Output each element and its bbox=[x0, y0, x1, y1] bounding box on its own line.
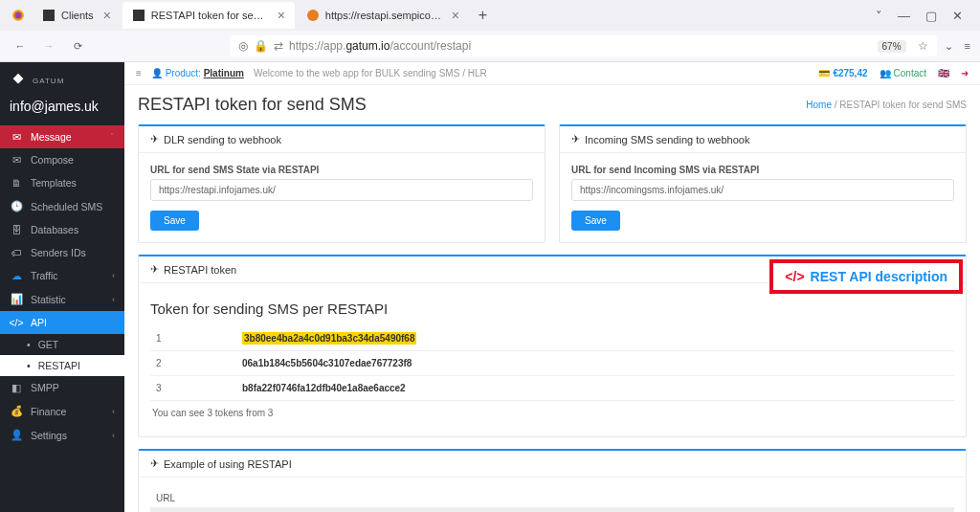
chevron-down-icon[interactable]: ˅ bbox=[876, 9, 882, 23]
tab-restapi[interactable]: RESTAPI token for send SMS × bbox=[122, 2, 295, 29]
tab-favicon bbox=[132, 9, 145, 22]
code-icon: </> bbox=[785, 269, 804, 284]
sidebar-item-message[interactable]: ✉ Message ˅ bbox=[0, 125, 124, 148]
plane-icon: ✈ bbox=[150, 133, 159, 145]
api-description-link[interactable]: </> REST API description bbox=[769, 259, 963, 294]
plane-icon: ✈ bbox=[571, 133, 580, 145]
tab-sempico[interactable]: https://restapi.sempico.solutions × bbox=[297, 2, 469, 29]
chevron-left-icon: ‹ bbox=[112, 431, 115, 440]
close-icon[interactable]: × bbox=[452, 8, 459, 23]
hamburger-icon[interactable]: ≡ bbox=[136, 68, 142, 78]
token-value[interactable]: b8fa22f0746fa12dfb40e1a8ae6acce2 bbox=[242, 383, 406, 393]
brand-logo: GATUM bbox=[0, 62, 124, 95]
account-email: info@james.uk bbox=[0, 95, 124, 125]
pocket-icon[interactable]: ⌄ bbox=[945, 40, 953, 53]
incoming-url-input[interactable] bbox=[571, 179, 954, 201]
url-text: https://app.gatum.io/account/restapi bbox=[289, 39, 471, 53]
close-icon[interactable]: × bbox=[103, 8, 111, 23]
compose-icon: ✉ bbox=[10, 154, 23, 166]
reload-button[interactable]: ⟳ bbox=[67, 35, 88, 56]
minimize-icon[interactable]: — bbox=[898, 9, 910, 23]
svg-point-4 bbox=[307, 10, 319, 21]
logout-icon[interactable]: ➜ bbox=[961, 68, 969, 78]
maximize-icon[interactable]: ▢ bbox=[925, 9, 937, 23]
contact-icon: 👥 bbox=[880, 68, 891, 78]
chevron-left-icon: ‹ bbox=[112, 295, 115, 304]
sidebar-item-templates[interactable]: 🗎Templates bbox=[0, 171, 124, 194]
sidebar-item-smpp[interactable]: ◧SMPP bbox=[0, 376, 124, 399]
browser-tab-bar: Clients × RESTAPI token for send SMS × h… bbox=[0, 0, 980, 31]
incoming-save-button[interactable]: Save bbox=[571, 211, 620, 231]
traffic-icon: ☁ bbox=[10, 270, 23, 281]
token-value[interactable]: 06a1b184c5b5604c3107edae767723f8 bbox=[242, 358, 412, 368]
sidebar-item-api[interactable]: </> API ˅ bbox=[0, 311, 124, 334]
bookmark-icon[interactable]: ☆ bbox=[918, 39, 928, 53]
svg-rect-2 bbox=[43, 10, 55, 21]
new-tab-button[interactable]: + bbox=[471, 3, 495, 28]
tab-title: RESTAPI token for send SMS bbox=[151, 10, 268, 21]
sidebar-item-restapi[interactable]: •RESTAPI bbox=[0, 355, 124, 376]
incoming-url-label: URL for send Incoming SMS via RESTAPI bbox=[571, 165, 954, 175]
chevron-left-icon: ‹ bbox=[112, 271, 115, 280]
page-title: RESTAPI token for send SMS bbox=[138, 95, 367, 115]
dlr-card: ✈DLR sending to webhook URL for send SMS… bbox=[138, 124, 546, 243]
table-row: 206a1b184c5b5604c3107edae767723f8 bbox=[150, 351, 954, 376]
token-card: ✈RESTAPI token </> REST API description … bbox=[138, 255, 967, 437]
tab-favicon bbox=[306, 9, 320, 22]
dlr-url-label: URL for send SMS State via RESTAPI bbox=[150, 165, 533, 175]
sidebar-item-finance[interactable]: 💰Finance‹ bbox=[0, 399, 124, 423]
token-count-note: You can see 3 tokens from 3 bbox=[150, 401, 954, 425]
plane-icon: ✈ bbox=[150, 457, 159, 470]
dlr-url-input[interactable] bbox=[150, 179, 533, 201]
plug-icon: ◧ bbox=[10, 382, 23, 393]
sidebar-item-settings[interactable]: 👤Settings‹ bbox=[0, 423, 124, 447]
dot-icon: • bbox=[27, 360, 31, 371]
tab-favicon bbox=[42, 9, 56, 22]
firefox-icon bbox=[6, 9, 31, 22]
address-bar: ← → ⟳ ◎ 🔒 ⇄ https://app.gatum.io/account… bbox=[0, 31, 980, 61]
svg-point-1 bbox=[15, 12, 22, 19]
token-subtitle: Token for sending SMS per RESTAPI bbox=[150, 301, 954, 317]
permission-icon: ⇄ bbox=[274, 39, 283, 53]
product-label: 👤 Product: Platinum bbox=[151, 68, 244, 78]
contact-link[interactable]: 👥Contact bbox=[880, 68, 926, 78]
dot-icon: • bbox=[27, 339, 31, 350]
tab-clients[interactable]: Clients × bbox=[33, 2, 121, 29]
example-card: ✈Example of using RESTAPI URL bbox=[138, 449, 967, 512]
tab-title: Clients bbox=[61, 10, 94, 21]
close-icon[interactable]: × bbox=[278, 8, 285, 23]
plane-icon: ✈ bbox=[150, 263, 159, 276]
breadcrumb-home[interactable]: Home bbox=[806, 100, 832, 110]
sidebar-item-scheduled[interactable]: 🕒Scheduled SMS bbox=[0, 194, 124, 218]
sidebar-item-databases[interactable]: 🗄Databases bbox=[0, 218, 124, 241]
close-window-icon[interactable]: ✕ bbox=[952, 9, 963, 23]
sidebar-item-compose[interactable]: ✉Compose bbox=[0, 148, 124, 171]
tab-title: https://restapi.sempico.solutions bbox=[325, 10, 442, 21]
sidebar-item-get[interactable]: •GET bbox=[0, 334, 124, 355]
chart-icon: 📊 bbox=[10, 293, 23, 305]
flag-icon[interactable]: 🇬🇧 bbox=[938, 68, 949, 78]
gear-icon: 👤 bbox=[10, 429, 23, 441]
url-input[interactable]: ◎ 🔒 ⇄ https://app.gatum.io/account/resta… bbox=[230, 35, 937, 56]
example-url-value[interactable] bbox=[150, 507, 954, 512]
forward-button[interactable]: → bbox=[38, 35, 59, 56]
welcome-text: Welcome to the web app for BULK sending … bbox=[254, 68, 487, 78]
menu-icon[interactable]: ≡ bbox=[965, 40, 970, 52]
dlr-save-button[interactable]: Save bbox=[150, 211, 199, 231]
balance-badge[interactable]: 💳€275,42 bbox=[818, 68, 867, 78]
token-value[interactable]: 3b80ee4ba2a4c0d91ba3c34da5490f68 bbox=[242, 332, 416, 345]
sidebar: GATUM info@james.uk ✉ Message ˅ ✉Compose… bbox=[0, 62, 124, 512]
example-url-label: URL bbox=[156, 493, 954, 503]
sidebar-item-statistic[interactable]: 📊Statistic‹ bbox=[0, 287, 124, 311]
svg-rect-3 bbox=[133, 10, 145, 21]
chevron-down-icon: ˅ bbox=[110, 318, 115, 327]
back-button[interactable]: ← bbox=[10, 35, 31, 56]
breadcrumb: Home / RESTAPI token for send SMS bbox=[806, 100, 967, 110]
sidebar-item-traffic[interactable]: ☁Traffic‹ bbox=[0, 264, 124, 287]
topbar: ≡ 👤 Product: Platinum Welcome to the web… bbox=[124, 62, 980, 85]
code-icon: </> bbox=[10, 317, 23, 328]
token-table: 13b80ee4ba2a4c0d91ba3c34da5490f68 206a1b… bbox=[150, 326, 954, 401]
sidebar-item-senders[interactable]: 🏷Senders IDs bbox=[0, 241, 124, 264]
zoom-badge[interactable]: 67% bbox=[878, 40, 906, 53]
table-row: 3b8fa22f0746fa12dfb40e1a8ae6acce2 bbox=[150, 376, 954, 401]
